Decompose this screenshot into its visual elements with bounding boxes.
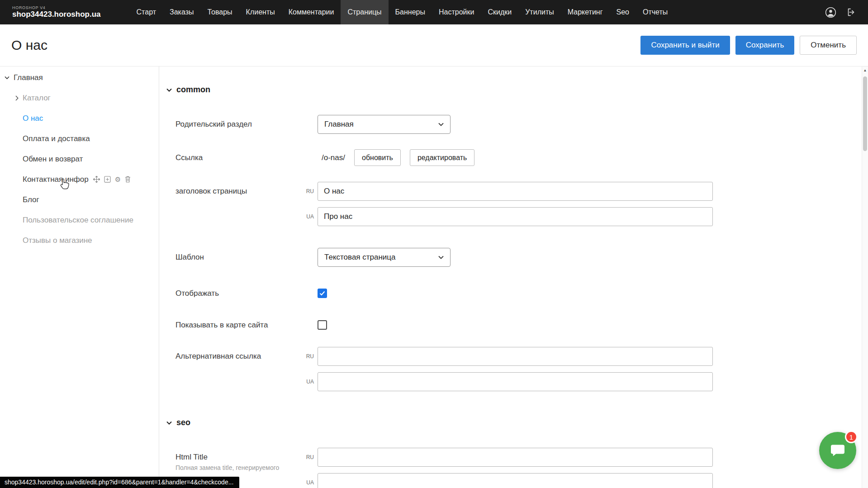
display-checkbox[interactable]	[318, 289, 327, 298]
display-row: Отображать	[160, 289, 861, 298]
chevron-down-icon	[438, 123, 444, 126]
lang-ru-tag: RU	[302, 353, 314, 360]
alt-link-row: Альтернативная ссылка RU UA	[160, 347, 861, 391]
chevron-down-icon	[5, 76, 9, 80]
cancel-button[interactable]: Отменить	[800, 36, 857, 55]
nav-item-discounts[interactable]: Скидки	[481, 0, 518, 24]
chevron-down-icon	[438, 256, 444, 259]
sidebar-item-label: Каталог	[23, 94, 51, 103]
brand[interactable]: HOROSHOP V4 shop34423.horoshop.ua	[12, 0, 101, 24]
scrollbar[interactable]: ▲	[862, 66, 868, 488]
sitemap-row: Показывать в карте сайта	[160, 320, 861, 330]
parent-section-row: Родительский раздел Главная	[160, 115, 861, 134]
sidebar-item-blog[interactable]: Блог	[0, 190, 159, 210]
page-title-ua-input[interactable]	[318, 207, 713, 226]
select-value: Главная	[324, 120, 438, 129]
nav-item-banners[interactable]: Баннеры	[389, 0, 432, 24]
lang-ru-tag: RU	[302, 454, 314, 460]
sidebar-item-about[interactable]: О нас	[0, 108, 159, 128]
status-url-tooltip: shop34423.horoshop.ua/edit/edit.php?id=6…	[0, 477, 239, 488]
chat-unread-badge: 1	[845, 431, 858, 443]
section-title: common	[176, 85, 210, 95]
refresh-link-button[interactable]: обновить	[354, 149, 401, 166]
lang-ua-tag: UA	[302, 379, 314, 385]
html-title-label: Html Title	[175, 453, 318, 462]
sidebar-item-label: Главная	[14, 73, 43, 82]
sidebar-item-catalog[interactable]: Каталог	[0, 88, 159, 108]
move-icon[interactable]	[93, 176, 100, 183]
section-common[interactable]: common	[166, 85, 861, 95]
alt-link-ru-input[interactable]	[318, 347, 713, 366]
lang-ua-tag: UA	[302, 479, 314, 486]
chevron-right-icon	[15, 95, 19, 101]
sidebar-item-payment-delivery[interactable]: Оплата и доставка	[0, 128, 159, 149]
alt-link-ua-input[interactable]	[318, 372, 713, 391]
scrollbar-thumb[interactable]	[863, 76, 867, 151]
nav-item-orders[interactable]: Заказы	[163, 0, 200, 24]
section-seo[interactable]: seo	[166, 418, 861, 427]
header-actions: Сохранить и выйти Сохранить Отменить	[640, 36, 857, 55]
add-page-icon[interactable]	[104, 176, 111, 183]
parent-section-select[interactable]: Главная	[318, 115, 451, 134]
section-title: seo	[176, 418, 190, 427]
top-nav: Старт Заказы Товары Клиенты Комментарии …	[130, 0, 675, 24]
sidebar-item-user-agreement[interactable]: Пользовательское соглашение	[0, 210, 159, 230]
nav-item-marketing[interactable]: Маркетинг	[561, 0, 610, 24]
html-title-label-block: Html Title Полная замена title, генериру…	[175, 448, 318, 472]
save-button[interactable]: Сохранить	[735, 36, 794, 55]
html-title-row: Html Title Полная замена title, генериру…	[160, 448, 861, 488]
nav-item-clients[interactable]: Клиенты	[239, 0, 282, 24]
sidebar-item-exchange-return[interactable]: Обмен и возврат	[0, 149, 159, 169]
sidebar-item-label: Обмен и возврат	[23, 155, 83, 164]
page-title: О нас	[11, 38, 47, 53]
nav-item-start[interactable]: Старт	[130, 0, 163, 24]
lang-ru-tag: RU	[302, 188, 314, 194]
sidebar-item-label: Оплата и доставка	[23, 134, 90, 143]
trash-icon[interactable]	[125, 176, 131, 183]
nav-item-pages[interactable]: Страницы	[341, 0, 388, 24]
sitemap-checkbox[interactable]	[318, 320, 327, 330]
edit-link-button[interactable]: редактировать	[410, 149, 474, 166]
nav-item-reports[interactable]: Отчеты	[636, 0, 674, 24]
sidebar-item-contact-info[interactable]: Контактная инфор ⚙	[0, 169, 159, 190]
sidebar-item-home[interactable]: Главная	[0, 67, 159, 88]
select-value: Текстовая страница	[324, 253, 438, 262]
page-title-row: заголовок страницы RU UA	[160, 182, 861, 226]
topbar: HOROSHOP V4 shop34423.horoshop.ua Старт …	[0, 0, 868, 24]
sidebar-item-store-reviews[interactable]: Отзывы о магазине	[0, 230, 159, 251]
alt-link-label: Альтернативная ссылка	[175, 347, 318, 366]
nav-item-utilities[interactable]: Утилиты	[518, 0, 561, 24]
page-header: О нас Сохранить и выйти Сохранить Отмени…	[0, 24, 868, 66]
sidebar-item-label: Блог	[23, 195, 39, 204]
chevron-down-icon	[166, 421, 172, 425]
template-select[interactable]: Текстовая страница	[318, 248, 451, 267]
lang-ua-tag: UA	[302, 213, 314, 220]
chevron-down-icon	[166, 88, 172, 92]
brand-domain: shop34423.horoshop.ua	[12, 10, 101, 19]
display-label: Отображать	[175, 289, 318, 298]
nav-item-products[interactable]: Товары	[201, 0, 239, 24]
template-label: Шаблон	[175, 248, 318, 267]
tree-item-actions: ⚙	[93, 176, 131, 183]
logout-icon[interactable]	[846, 7, 856, 17]
nav-item-comments[interactable]: Комментарии	[282, 0, 341, 24]
save-and-exit-button[interactable]: Сохранить и выйти	[640, 36, 730, 55]
page-title-ru-input[interactable]	[318, 182, 713, 201]
chat-bubble-icon	[829, 441, 847, 460]
nav-item-seo[interactable]: Seo	[610, 0, 636, 24]
scroll-up-arrow[interactable]: ▲	[862, 66, 868, 74]
html-title-ru-input[interactable]	[318, 448, 713, 467]
brand-version: HOROSHOP V4	[12, 5, 101, 10]
sidebar-item-label: О нас	[23, 114, 43, 123]
template-row: Шаблон Текстовая страница	[160, 248, 861, 267]
html-title-ua-input[interactable]	[318, 473, 713, 488]
gear-icon[interactable]: ⚙	[115, 176, 121, 183]
sidebar-item-label: Отзывы о магазине	[23, 236, 92, 245]
link-path: /o-nas/	[318, 153, 345, 162]
chat-widget-button[interactable]: 1	[819, 432, 856, 469]
nav-item-settings[interactable]: Настройки	[432, 0, 481, 24]
page-title-label: заголовок страницы	[175, 182, 318, 201]
html-title-hint: Полная замена title, генерируемого	[175, 464, 318, 472]
user-account-icon[interactable]	[825, 7, 836, 18]
pages-tree-sidebar: Главная Каталог О нас Оплата и доставка …	[0, 66, 159, 488]
